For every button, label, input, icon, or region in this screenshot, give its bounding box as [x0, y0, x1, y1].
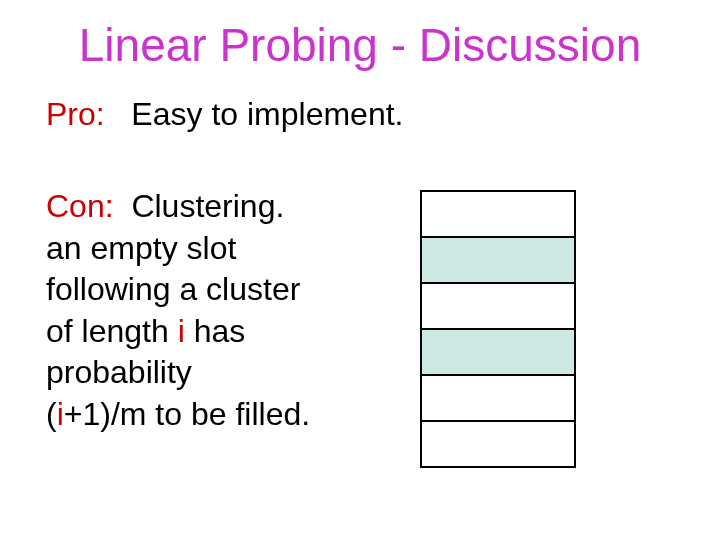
- hash-table-diagram: [420, 190, 576, 468]
- variable-i-2: i: [57, 396, 64, 432]
- pro-text: [114, 96, 132, 132]
- pro-label: Pro:: [46, 96, 105, 132]
- con-line-6: (i+1)/m to be filled.: [46, 394, 406, 436]
- con-line1-rest: Clustering.: [131, 188, 284, 224]
- con-spacer: [114, 188, 132, 224]
- con-label: Con:: [46, 188, 114, 224]
- con-line6-a: (: [46, 396, 57, 432]
- table-cell-empty: [422, 284, 574, 330]
- con-line-3: following a cluster: [46, 269, 406, 311]
- con-line4-b: has: [185, 313, 245, 349]
- con-line6-b: +1)/m to be filled.: [64, 396, 310, 432]
- pro-line: Pro: Easy to implement.: [46, 96, 403, 133]
- table-cell-empty: [422, 192, 574, 238]
- table-cell-empty: [422, 376, 574, 422]
- con-line-2: an empty slot: [46, 228, 406, 270]
- table-cell-filled: [422, 330, 574, 376]
- con-line-5: probability: [46, 352, 406, 394]
- pro-text-value: Easy to implement.: [131, 96, 403, 132]
- con-line-1: Con: Clustering.: [46, 186, 406, 228]
- slide: Linear Probing - Discussion Pro: Easy to…: [0, 0, 720, 540]
- con-line4-a: of length: [46, 313, 178, 349]
- con-block: Con: Clustering. an empty slot following…: [46, 186, 406, 436]
- slide-title: Linear Probing - Discussion: [0, 18, 720, 72]
- con-line-4: of length i has: [46, 311, 406, 353]
- variable-i: i: [178, 313, 185, 349]
- table-cell-empty: [422, 422, 574, 468]
- table-cell-filled: [422, 238, 574, 284]
